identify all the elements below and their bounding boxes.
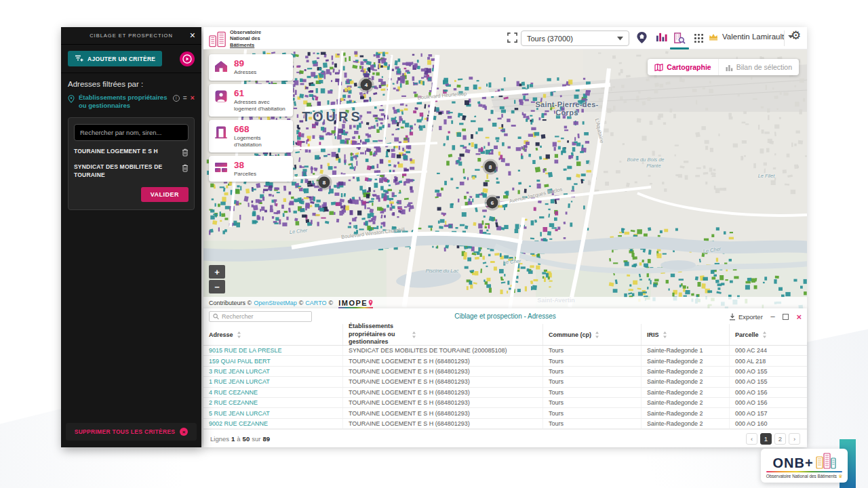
page-next-button[interactable]: › <box>789 433 800 445</box>
clear-all-criteria-button[interactable]: SUPPRIMER TOUS LES CRITÈRES × <box>66 423 197 441</box>
cell-parcelle: 000 AO 156 <box>729 388 802 397</box>
sort-icon[interactable] <box>412 331 416 338</box>
page-prev-button[interactable]: ‹ <box>746 433 757 445</box>
building-search-icon[interactable] <box>673 32 686 47</box>
cell-iris: Sainte-Radegonde 2 <box>641 388 729 397</box>
stat-card: 38 Parcelles <box>209 156 293 182</box>
pagination: ‹ 12 › <box>746 433 800 445</box>
criterion-row: Établissements propriétaires ou gestionn… <box>61 89 201 112</box>
map-attribution: Contributeurs © OpenStreetMap © CARTO © … <box>203 297 807 308</box>
chevron-down-icon <box>617 37 623 41</box>
zoom-in-button[interactable]: + <box>209 265 225 279</box>
close-icon[interactable]: × <box>796 312 802 321</box>
stat-icon <box>214 161 229 177</box>
minimize-icon[interactable]: − <box>770 312 776 321</box>
stat-value: 668 <box>234 124 288 134</box>
filter-panel-header: CIBLAGE ET PROSPECTION × <box>61 27 201 45</box>
column-header-commune[interactable]: Commune (cp) <box>542 324 641 345</box>
sort-icon[interactable] <box>663 331 667 338</box>
apps-grid-icon[interactable] <box>694 33 703 45</box>
column-header-etablissements[interactable]: Établissements propriétaires ou gestionn… <box>342 324 542 345</box>
add-criteria-button[interactable]: AJOUTER UN CRITÈRE <box>68 51 162 66</box>
onb-logo[interactable]: Observatoire National des Bâtiments <box>209 29 261 48</box>
zoom-out-button[interactable]: − <box>209 280 225 293</box>
cell-adresse-link[interactable]: 9002 RUE CEZANNE <box>203 419 342 428</box>
page-number-button[interactable]: 2 <box>774 433 786 445</box>
fullscreen-icon[interactable] <box>507 33 517 45</box>
cell-adresse-link[interactable]: 159 QUAI PAUL BERT <box>203 356 342 365</box>
export-button[interactable]: Exporter <box>729 313 763 321</box>
cell-parcelle: 000 AO 156 <box>729 398 802 407</box>
tab-bilan-selection[interactable]: Bilan de sélection <box>718 59 799 75</box>
rows-count-summary: Lignes 1 à 50 sur 89 <box>210 435 270 443</box>
cell-adresse-link[interactable]: 9015 RUE DE LA PRESLE <box>203 346 342 355</box>
cluster-marker[interactable]: 6 <box>487 197 498 209</box>
osm-link[interactable]: OpenStreetMap <box>254 300 297 306</box>
commune-select[interactable]: Tours (37000) <box>521 30 629 46</box>
remove-criterion-icon[interactable]: × <box>191 94 195 102</box>
cluster-marker[interactable]: 8 <box>485 161 496 173</box>
cluster-marker[interactable]: 4 <box>361 79 372 91</box>
table-row[interactable]: 4 RUE CEZANNE TOURAINE LOGEMENT E S H (6… <box>203 388 807 398</box>
table-body: 9015 RUE DE LA PRESLE SYNDICAT DES MOBIL… <box>203 346 807 429</box>
sort-icon[interactable] <box>762 331 767 338</box>
criterion-search-input[interactable] <box>74 124 189 141</box>
tab-cartographie[interactable]: Cartographie <box>648 59 717 75</box>
table-row[interactable]: 3 RUE JEAN LURCAT TOURAINE LOGEMENT E S … <box>203 367 807 377</box>
cell-commune: Tours <box>542 356 641 365</box>
sort-icon[interactable] <box>237 331 241 338</box>
active-tab-indicator <box>670 47 689 49</box>
table-search-input[interactable] <box>222 313 308 320</box>
cell-adresse-link[interactable]: 5 RUE JEAN LURCAT <box>203 408 342 418</box>
cell-iris: Sainte-Radegonde 2 <box>641 419 729 428</box>
map-icon <box>654 64 663 71</box>
cell-commune: Tours <box>542 367 641 376</box>
onb-plus-title: ONB+ <box>772 457 813 469</box>
cell-iris: Sainte-Radegonde 2 <box>641 356 729 365</box>
criterion-label[interactable]: Établissements propriétaires ou gestionn… <box>79 94 169 110</box>
statistics-icon[interactable] <box>656 31 667 45</box>
sort-icon[interactable] <box>595 331 599 338</box>
stat-icon <box>214 125 229 142</box>
operator-equals-icon[interactable]: = <box>183 94 187 102</box>
cell-etablissement: TOURAINE LOGEMENT E S H (684801293) <box>342 388 542 397</box>
table-row[interactable]: 9002 RUE CEZANNE TOURAINE LOGEMENT E S H… <box>203 419 807 429</box>
app-root: Observatoire National des Bâtiments Tour… <box>0 0 868 488</box>
cell-adresse-link[interactable]: 1 RUE JEAN LURCAT <box>203 377 342 386</box>
trash-icon[interactable] <box>182 148 189 157</box>
maximize-icon[interactable] <box>783 314 789 320</box>
column-header-iris[interactable]: IRIS <box>641 324 729 345</box>
map-pin-home-icon[interactable] <box>636 31 648 47</box>
table-row[interactable]: 1 RUE JEAN LURCAT TOURAINE LOGEMENT E S … <box>203 377 807 387</box>
selected-value-label: SYNDICAT DES MOBILITES DE TOURAINE <box>74 163 178 180</box>
commune-select-value: Tours (37000) <box>527 35 573 43</box>
cell-parcelle: 000 AO 157 <box>729 408 802 418</box>
cell-adresse-link[interactable]: 3 RUE JEAN LURCAT <box>203 367 342 376</box>
cluster-marker[interactable]: 8 <box>319 177 330 188</box>
column-header-adresse[interactable]: Adresse <box>203 324 342 345</box>
carto-link[interactable]: CARTO <box>305 300 326 306</box>
user-menu[interactable]: Valentin Lamirault <box>709 33 793 41</box>
run-prospection-button[interactable] <box>180 52 195 66</box>
table-row[interactable]: 9015 RUE DE LA PRESLE SYNDICAT DES MOBIL… <box>203 346 807 356</box>
cell-etablissement: TOURAINE LOGEMENT E S H (684801293) <box>342 356 542 365</box>
validate-button[interactable]: VALIDER <box>141 187 189 202</box>
map-canvas[interactable]: TOURSSaint-Pierre-des-CorpsBoulevard Heu… <box>203 49 807 308</box>
trash-icon[interactable] <box>182 164 189 172</box>
table-search[interactable] <box>209 311 312 322</box>
play-circle-icon <box>182 54 192 64</box>
info-icon[interactable]: i <box>173 95 180 102</box>
user-name: Valentin Lamirault <box>722 33 784 41</box>
page-number-button[interactable]: 1 <box>760 433 772 445</box>
map-zoom-controls: + − <box>209 265 225 293</box>
table-row[interactable]: 2 RUE CEZANNE TOURAINE LOGEMENT E S H (6… <box>203 398 807 408</box>
close-icon[interactable]: × <box>190 30 195 40</box>
cell-adresse-link[interactable]: 2 RUE CEZANNE <box>203 398 342 407</box>
settings-gear-icon[interactable]: ⚙ <box>791 30 801 41</box>
cell-adresse-link[interactable]: 4 RUE CEZANNE <box>203 388 342 397</box>
table-row[interactable]: 5 RUE JEAN LURCAT TOURAINE LOGEMENT E S … <box>203 408 807 418</box>
table-row[interactable]: 159 QUAI PAUL BERT TOURAINE LOGEMENT E S… <box>203 356 807 366</box>
column-header-parcelle[interactable]: Parcelle <box>729 324 802 345</box>
cell-iris: Sainte-Radegonde 2 <box>641 367 729 376</box>
imope-logo[interactable]: IMOPE <box>338 299 373 307</box>
